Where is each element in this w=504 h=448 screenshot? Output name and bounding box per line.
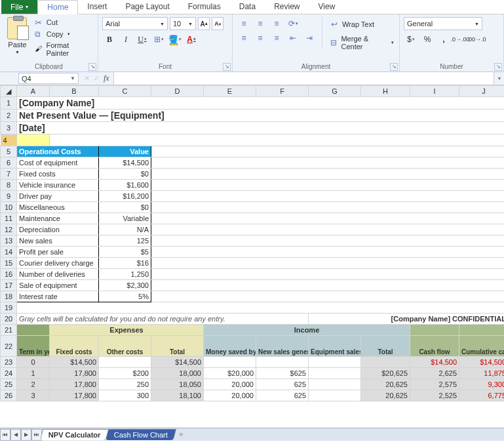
cell[interactable]: [Company Name] CONFIDENTIAL [309, 314, 505, 325]
cell[interactable]: Income [204, 325, 410, 336]
col-header[interactable]: A [17, 86, 50, 97]
row-header[interactable]: 14 [1, 247, 17, 258]
cell[interactable]: 625 [256, 390, 309, 401]
cell[interactable]: Vehicle insurance [17, 180, 99, 191]
cell[interactable]: Cash flow [410, 336, 459, 357]
cell[interactable]: $16,200 [99, 191, 151, 202]
cell[interactable]: Fixed costs [50, 336, 99, 357]
row-header[interactable]: 7 [1, 169, 17, 180]
cell[interactable]: 20,000 [204, 390, 256, 401]
cell[interactable]: $625 [256, 368, 309, 379]
row-header[interactable]: 24 [1, 368, 17, 379]
cell[interactable]: 5% [99, 291, 151, 302]
cell[interactable]: 20,000 [204, 379, 256, 390]
cell[interactable]: Operational Costs [17, 146, 99, 157]
merge-center-button[interactable]: ⊟Merge & Center▾ [328, 34, 395, 51]
cell[interactable]: Money saved by project [204, 336, 256, 357]
cell[interactable]: $14,500 [410, 357, 459, 368]
row-header[interactable]: 22 [1, 336, 17, 357]
cell[interactable] [204, 357, 256, 368]
cell[interactable]: Miscellaneous [17, 202, 99, 213]
cell[interactable]: 18,000 [151, 368, 204, 379]
font-launcher[interactable]: ↘ [223, 63, 231, 71]
row-header[interactable]: 15 [1, 258, 17, 269]
row-header[interactable]: 17 [1, 280, 17, 291]
cell[interactable]: Profit per sale [17, 247, 99, 258]
increase-indent-button[interactable]: ⇥ [302, 31, 317, 45]
fill-color-button[interactable]: 🪣 [168, 33, 182, 46]
cell[interactable]: $0 [99, 202, 151, 213]
cell[interactable]: 6,775 [459, 390, 505, 401]
cell[interactable]: Equipment sales [309, 336, 361, 357]
cell[interactable]: 2,575 [410, 379, 459, 390]
row-header[interactable]: 16 [1, 269, 17, 280]
font-name-select[interactable]: Arial▼ [102, 17, 168, 30]
cell[interactable]: Total [151, 336, 204, 357]
cell[interactable]: 3 [17, 390, 50, 401]
copy-button[interactable]: Copy▾ [33, 29, 94, 39]
cell[interactable]: 1 [17, 368, 50, 379]
cell[interactable]: 20,625 [361, 379, 410, 390]
cell[interactable]: Courier delivery charge [17, 258, 99, 269]
cell[interactable] [17, 302, 505, 314]
col-header[interactable]: B [50, 86, 99, 97]
cell[interactable]: Depreciation [17, 224, 99, 235]
align-left-button[interactable]: ≡ [237, 31, 251, 45]
cell[interactable]: Expenses [50, 325, 204, 336]
cell[interactable] [361, 357, 410, 368]
cell[interactable]: Maintenance [17, 213, 99, 224]
row-header[interactable]: 18 [1, 291, 17, 302]
cell[interactable] [151, 146, 505, 157]
cell[interactable]: 11,875 [459, 368, 505, 379]
cell[interactable]: 9,300 [459, 379, 505, 390]
cell[interactable]: 20,625 [361, 390, 410, 401]
cell[interactable]: $200 [99, 368, 151, 379]
number-format-select[interactable]: General▼ [404, 17, 482, 30]
cell[interactable] [309, 357, 361, 368]
align-bottom-button[interactable]: ≡ [269, 17, 284, 30]
cell[interactable]: $0 [99, 169, 151, 180]
name-box[interactable]: Q4▼ [18, 73, 79, 84]
tab-formulas[interactable]: Formulas [179, 0, 230, 14]
cell[interactable] [309, 379, 361, 390]
sheet-tab-cash-flow[interactable]: Cash Flow Chart [106, 429, 176, 440]
expand-formula-bar[interactable]: ▾ [494, 72, 504, 85]
row-header[interactable]: 19 [1, 302, 17, 314]
cell[interactable] [151, 157, 505, 169]
cell[interactable] [151, 235, 505, 247]
cell[interactable] [99, 357, 151, 368]
formula-input[interactable] [113, 72, 494, 85]
cell[interactable] [151, 280, 505, 291]
row-header[interactable]: 13 [1, 235, 17, 247]
cell[interactable]: Term in years [17, 336, 50, 357]
accounting-format-button[interactable]: $ [404, 33, 418, 46]
border-button[interactable]: ⊞ [151, 33, 166, 46]
row-header[interactable]: 8 [1, 180, 17, 191]
cell[interactable] [151, 258, 505, 269]
cell[interactable]: Number of deliveries [17, 269, 99, 280]
alignment-launcher[interactable]: ↘ [390, 63, 398, 71]
cell[interactable]: Interest rate [17, 291, 99, 302]
cell[interactable]: N/A [99, 224, 151, 235]
increase-decimal-button[interactable]: .0→.00 [453, 33, 467, 46]
cell[interactable]: 17,800 [50, 379, 99, 390]
cell[interactable]: New sales [17, 235, 99, 247]
cell[interactable]: 18,100 [151, 390, 204, 401]
cell[interactable]: Fixed costs [17, 169, 99, 180]
cell[interactable]: 300 [99, 390, 151, 401]
cell[interactable]: Gray cells will be calculated for you an… [17, 314, 309, 325]
underline-button[interactable]: U [135, 33, 149, 46]
cut-button[interactable]: Cut [33, 17, 94, 28]
cell[interactable] [151, 269, 505, 280]
cell[interactable]: 1,250 [99, 269, 151, 280]
font-color-button[interactable]: A [184, 33, 199, 46]
col-header[interactable]: D [151, 86, 204, 97]
cell[interactable]: [Company Name] [17, 97, 505, 110]
cell[interactable]: Net Present Value — [Equipment] [17, 110, 505, 122]
enter-formula-button[interactable]: ✓ [94, 74, 100, 83]
row-header[interactable]: 1 [1, 97, 17, 110]
tab-page-layout[interactable]: Page Layout [116, 0, 178, 14]
align-top-button[interactable]: ≡ [237, 17, 251, 30]
cell[interactable] [17, 134, 50, 146]
cell[interactable]: $14,500 [50, 357, 99, 368]
